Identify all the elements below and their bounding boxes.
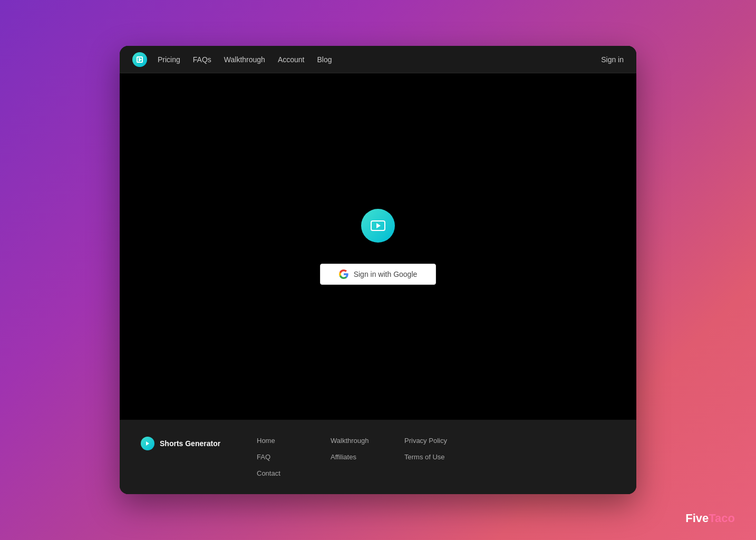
footer-contact-link[interactable]: Contact (257, 469, 299, 477)
nav-walkthrough[interactable]: Walkthrough (224, 55, 265, 64)
google-signin-button[interactable]: Sign in with Google (320, 264, 436, 285)
footer-links-col3: Privacy Policy Terms of Use (404, 437, 447, 461)
footer-home-link[interactable]: Home (257, 437, 299, 445)
fivetaco-taco: Taco (709, 512, 735, 525)
nav-pricing[interactable]: Pricing (158, 55, 180, 64)
main-content: Sign in with Google (120, 73, 636, 420)
footer-logo-play-triangle (146, 441, 149, 446)
header: Pricing FAQs Walkthrough Account Blog Si… (120, 46, 636, 73)
main-nav: Pricing FAQs Walkthrough Account Blog (158, 55, 601, 64)
footer-walkthrough-link[interactable]: Walkthrough (331, 437, 373, 445)
nav-account[interactable]: Account (278, 55, 305, 64)
footer-links-col2: Walkthrough Affiliates (331, 437, 373, 461)
footer-faq-link[interactable]: FAQ (257, 453, 299, 461)
footer-content: Shorts Generator Home FAQ Contact Walkth… (141, 437, 615, 477)
play-icon (371, 220, 385, 231)
play-button[interactable] (361, 209, 395, 243)
footer-affiliates-link[interactable]: Affiliates (331, 453, 373, 461)
footer: Shorts Generator Home FAQ Contact Walkth… (120, 420, 636, 494)
nav-blog[interactable]: Blog (317, 55, 332, 64)
footer-brand-name: Shorts Generator (160, 439, 220, 448)
header-signin-link[interactable]: Sign in (601, 55, 624, 64)
google-g-icon (339, 269, 348, 279)
logo-play-box (137, 56, 143, 63)
footer-brand: Shorts Generator (141, 437, 225, 450)
play-triangle (376, 223, 381, 228)
fivetaco-branding: FiveTaco (685, 512, 735, 525)
footer-logo-icon (141, 437, 154, 450)
fivetaco-five: Five (685, 512, 709, 525)
google-signin-label: Sign in with Google (354, 270, 418, 278)
play-button-container (361, 209, 395, 243)
app-container: Pricing FAQs Walkthrough Account Blog Si… (120, 46, 636, 494)
logo-icon[interactable] (132, 52, 147, 67)
logo-play-triangle (139, 57, 142, 62)
nav-faqs[interactable]: FAQs (193, 55, 211, 64)
footer-terms-of-use-link[interactable]: Terms of Use (404, 453, 447, 461)
footer-links-col1: Home FAQ Contact (257, 437, 299, 477)
footer-privacy-policy-link[interactable]: Privacy Policy (404, 437, 447, 445)
